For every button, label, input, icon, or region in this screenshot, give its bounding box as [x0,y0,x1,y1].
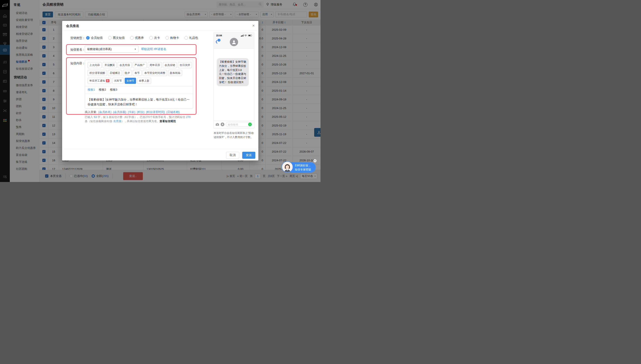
marketing-type-group: 会员短信 图文短信 优惠券 次卡 [86,35,198,40]
variable-token[interactable]: {会员姓名} [98,110,112,114]
template-chip[interactable]: 春节 [133,70,141,76]
modal-header: 会员推送 ✕ [62,21,258,31]
sms-suffix-note: 发送时平台会在短信尾部加上“拒收请回复R”，不计入费用统计字数。 [214,131,256,139]
template-chip[interactable]: 生日关怀 [178,62,192,68]
tab-template-2[interactable]: 模板2 [99,88,106,92]
member-push-modal: 会员推送 ✕ 营销类型： 会员短信 图文短信 优惠券 [62,21,258,160]
unread-count-badge: 1 [218,39,221,42]
tab-template-3[interactable]: 模板3 [110,88,117,92]
template-chip[interactable]: 周年店庆 [148,62,162,68]
sms-input-placeholder: 短信/彩信 [228,123,238,126]
radio-icon [86,36,90,40]
send-button[interactable]: 发送 [242,152,255,159]
send-up-icon[interactable]: ↑ [248,122,252,126]
radio-icon [184,36,188,40]
marketing-type-radio[interactable]: 会员短信 [86,36,103,40]
template-tabs: 模板1 模板2 模板3 [88,88,190,92]
divider [85,86,193,86]
char-count: 53 [94,116,97,119]
camera-icon[interactable] [216,123,219,126]
template-chips-row3: 年后开工通知新元宵节女神节春季上新 [88,78,190,84]
template-chip[interactable]: 年后开工通知新 [88,78,111,84]
sms-content-editor: 上次内容开业酬宾会员充值产品推广周年店庆会员促销生日关怀 积分清零提醒店铺搬迁除… [85,60,193,108]
template-chip[interactable]: 新春祝福 [168,70,182,76]
customer-service-widget[interactable]: 扫码加好友， 短信专家答疑 ✕ [282,162,316,173]
sms-content-label: 短信内容： [70,62,85,65]
sms-input-field[interactable]: 短信/彩信 ↑ [226,122,253,127]
phone-time: 15:04 [216,34,222,37]
variable-token[interactable]: {积分} [137,110,145,114]
avatar [230,38,238,46]
phone-preview: 15:04 ❮ 1 【银豹收银】女神节魅力加分，当季鲜果缤纷上架，每斤低至3.8… [214,32,254,128]
template-chip[interactable]: 上次内容 [88,62,102,68]
sms-signature-label: 短信签名： [70,48,85,52]
tab-template-1[interactable]: 模板1 [88,88,95,92]
recharge-link[interactable]: 去充值 [113,120,121,123]
battery-icon [248,34,252,36]
app-window: 常规 促销活动 促销批量管理 精准营销 精准营销记录 场景营销 自动通知 推荐商… [0,0,320,182]
variable-token[interactable]: {积分清零时间} [146,110,165,114]
radio-icon [108,36,112,40]
modal-footer-divider [62,149,258,149]
radio-icon [149,36,153,40]
variable-token[interactable]: {店铺名称} [166,110,180,114]
sms-rule-link[interactable]: 查看短信规范 [159,120,176,123]
template-chip[interactable]: 店铺搬迁 [108,70,122,76]
radio-icon [165,36,169,40]
marketing-type-radio[interactable]: 次卡 [149,36,160,40]
variable-token[interactable]: {会员余额} [113,110,126,114]
cs-agent-avatar [282,161,293,173]
template-chip[interactable]: 元宵节 [112,78,124,84]
template-chip[interactable]: 会员充值 [118,62,132,68]
signal-icon [241,34,244,36]
insert-variables-row: 插入变量:{会员姓名}{会员余额}{卡龄}{积分}{积分清零时间}{店铺名称} [85,110,181,114]
chevron-down-icon: ▼ [134,46,136,53]
template-chip[interactable]: 产品推广 [133,62,147,68]
sms-billing-stats: 已输入 53 字，按 1 条短信计费（61字/条）。已选270个有效手机号，预计… [85,115,192,124]
appstore-icon[interactable]: A [221,122,224,126]
template-chip[interactable]: 春节营业时间调整 [143,70,167,76]
marketing-type-label: 营销类型： [70,36,85,40]
marketing-type-radio[interactable]: 购物卡 [165,36,179,40]
sms-textarea[interactable]: 【银豹收银】女神节魅力加分，当季鲜果缤纷上架，每斤低至3.8元！给自己一份健康与… [88,96,190,107]
wifi-icon [244,34,247,36]
signature-help-link[interactable]: 帮助说明 I申请签名 [141,47,166,51]
template-chip[interactable]: 女神节 [125,78,136,84]
phone-input-bar: A 短信/彩信 ↑ [214,120,254,128]
new-badge: 新 [106,79,109,82]
template-chip[interactable]: 除夕 [123,70,132,76]
template-chip[interactable]: 积分清零提醒 [88,70,107,76]
radio-icon [130,36,134,40]
template-chips-row1: 上次内容开业酬宾会员充值产品推广周年店庆会员促销生日关怀 [88,62,190,68]
marketing-type-radio[interactable]: 礼品包 [184,36,198,40]
template-chips-row2: 积分清零提醒店铺搬迁除夕春节春节营业时间调整新春祝福 [88,70,190,76]
cs-close-icon[interactable]: ✕ [313,159,317,162]
sms-preview-bubble: 【银豹收银】女神节魅力加分，当季鲜果缤纷上架，每斤低至3.8元！给自己一份健康与… [217,58,249,86]
sms-signature-prefix: 【银豹收银】 [88,98,105,101]
sms-signature-select[interactable]: 银豹收银(成功率高) ▼ [85,46,138,53]
divider [85,94,193,94]
phone-status-bar: 15:04 ❮ 1 [214,33,254,49]
phone-message-area: 【银豹收银】女神节魅力加分，当季鲜果缤纷上架，每斤低至3.8元！给自己一份健康与… [214,49,254,121]
sms-consume-count: 270 [186,116,190,119]
close-icon[interactable]: ✕ [252,24,255,28]
cancel-button[interactable]: 取消 [226,152,239,159]
modal-title: 会员推送 [66,21,79,31]
variable-token[interactable]: {卡龄} [128,110,135,114]
marketing-type-radio[interactable]: 图文短信 [108,36,125,40]
marketing-type-radio[interactable]: 优惠券 [130,36,144,40]
template-chip[interactable]: 开业酬宾 [103,62,117,68]
template-chip[interactable]: 春季上新 [137,78,151,84]
insert-variables-label: 插入变量: [85,110,97,114]
template-chip[interactable]: 会员促销 [163,62,177,68]
